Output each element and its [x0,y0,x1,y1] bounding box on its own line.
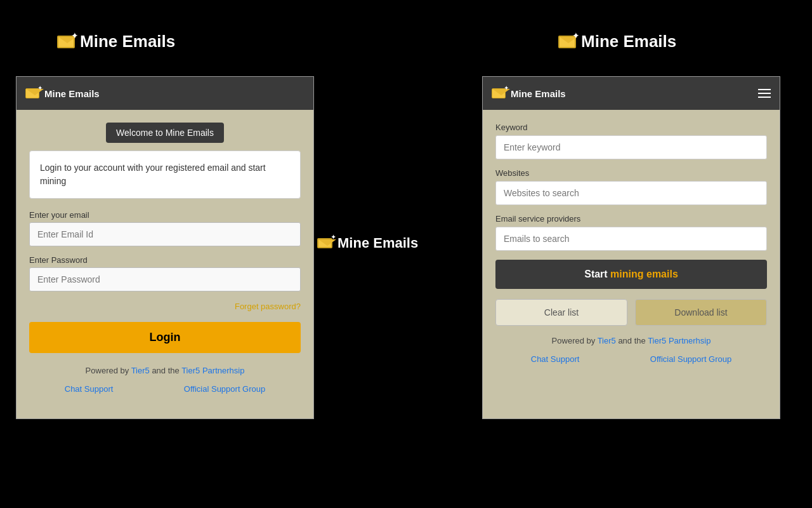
mining-panel-header: ✦ Mine Emails [483,77,780,110]
login-button[interactable]: Login [29,322,301,353]
info-text: Login to your account with your register… [40,163,266,186]
tier5-link-left[interactable]: Tier5 [131,366,150,375]
partnership-link-left[interactable]: Tier5 Partnerhsip [181,366,244,375]
chat-support-link-left[interactable]: Chat Support [65,384,114,394]
keyword-input[interactable] [495,135,767,159]
top-right-logo-text: Mine Emails [581,32,676,51]
forget-password-link[interactable]: Forget password? [235,302,301,311]
email-input[interactable] [29,222,301,246]
top-left-logo: ✦ Mine Emails [57,32,175,51]
email-providers-group: Email service providers [495,214,767,251]
start-word: Start [584,269,607,279]
powered-middle: and the [150,366,181,375]
tier5-link-right[interactable]: Tier5 [598,336,616,345]
websites-input[interactable] [495,181,767,205]
top-left-logo-icon: ✦ [57,36,75,48]
chat-support-link-right[interactable]: Chat Support [531,354,580,364]
info-box: Login to your account with your register… [29,150,301,199]
top-right-logo-icon: ✦ [558,36,576,48]
center-logo-icon: ✦ [317,238,332,248]
panel-left-logo-icon: ✦ [25,88,39,98]
login-panel-content: Welcome to Mine Emails Login to your acc… [16,110,313,418]
login-panel: ✦ Mine Emails Welcome to Mine Emails Log… [16,76,314,419]
center-logo: ✦ Mine Emails [317,235,418,251]
websites-group: Websites [495,168,767,205]
powered-prefix: Powered by [86,366,131,375]
powered-middle-right: and the [616,336,648,345]
partnership-link-right[interactable]: Tier5 Partnerhsip [648,336,710,345]
keyword-label: Keyword [495,123,767,132]
mining-panel-content: Keyword Websites Email service providers… [483,110,780,418]
start-mining-button[interactable]: Start mining emails [495,260,767,289]
powered-prefix-right: Powered by [552,336,598,345]
clear-list-button[interactable]: Clear list [495,299,627,326]
official-support-link-left[interactable]: Official Support Group [184,384,265,394]
panel-right-logo-icon: ✦ [492,88,506,98]
hamburger-menu[interactable] [758,89,771,98]
forget-password-container: Forget password? [29,300,301,312]
mining-panel-title: Mine Emails [511,88,566,99]
top-left-logo-text: Mine Emails [80,32,175,51]
action-buttons: Clear list Download list [495,299,767,326]
login-panel-header: ✦ Mine Emails [16,77,313,110]
password-input[interactable] [29,267,301,291]
keyword-group: Keyword [495,123,767,159]
top-right-logo: ✦ Mine Emails [558,32,676,51]
password-label: Enter Password [29,255,301,265]
support-links-right: Chat Support Official Support Group [495,354,767,364]
mining-panel: ✦ Mine Emails Keyword Websites Email ser… [482,76,780,419]
email-providers-input[interactable] [495,227,767,251]
email-providers-label: Email service providers [495,214,767,224]
welcome-badge: Welcome to Mine Emails [106,123,224,143]
download-list-button[interactable]: Download list [635,299,767,326]
support-links-left: Chat Support Official Support Group [29,384,301,394]
center-logo-text: Mine Emails [337,235,418,251]
websites-label: Websites [495,168,767,178]
powered-by-text: Powered by Tier5 and the Tier5 Partnerhs… [29,366,301,375]
mining-phrase: mining emails [608,269,678,279]
email-label: Enter your email [29,210,301,220]
login-panel-title: Mine Emails [44,88,100,99]
powered-by-text-right: Powered by Tier5 and the Tier5 Partnerhs… [495,336,767,345]
official-support-link-right[interactable]: Official Support Group [650,354,731,364]
